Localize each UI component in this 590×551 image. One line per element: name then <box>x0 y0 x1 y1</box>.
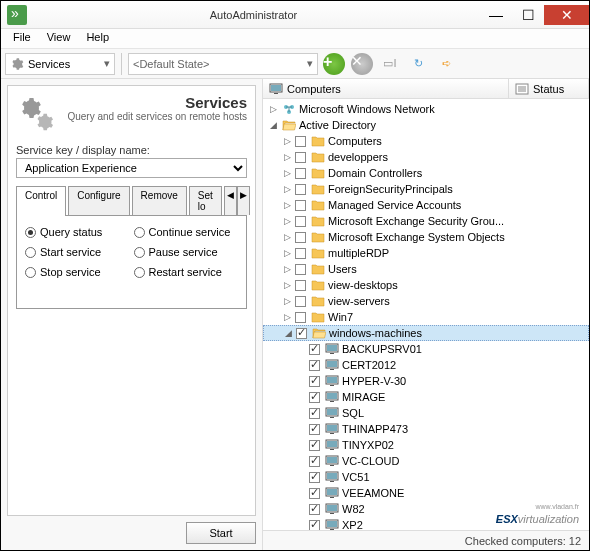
expander-icon[interactable]: ▷ <box>281 280 293 290</box>
checkbox[interactable] <box>309 472 320 483</box>
expander-icon[interactable]: ◢ <box>282 328 294 338</box>
expander-icon[interactable]: ▷ <box>281 216 293 226</box>
menu-help[interactable]: Help <box>78 29 117 48</box>
add-button[interactable]: + <box>322 52 346 76</box>
tree-machine-mirage[interactable]: MIRAGE <box>263 389 589 405</box>
checkbox[interactable] <box>295 184 306 195</box>
minimize-button[interactable]: — <box>480 5 512 25</box>
tree-ad-computers[interactable]: ▷Computers <box>263 133 589 149</box>
tree-machine-cert2012[interactable]: CERT2012 <box>263 357 589 373</box>
node-label: Win7 <box>328 311 353 323</box>
tab-remove[interactable]: Remove <box>132 186 187 215</box>
tree-machine-tinyxp02[interactable]: TINYXP02 <box>263 437 589 453</box>
radio-query-status[interactable]: Query status <box>25 226 130 238</box>
column-status[interactable]: Status <box>509 79 589 98</box>
checkbox[interactable] <box>309 360 320 371</box>
checkbox[interactable] <box>295 152 306 163</box>
tree-ad-developpers[interactable]: ▷developpers <box>263 149 589 165</box>
state-selector[interactable]: <Default State> <box>128 53 318 75</box>
tabs: Control Configure Remove Set lo ◀ ▶ <box>16 186 247 216</box>
expander-icon[interactable]: ▷ <box>281 200 293 210</box>
tree-machine-vc51[interactable]: VC51 <box>263 469 589 485</box>
tree-machine-sql[interactable]: SQL <box>263 405 589 421</box>
module-selector[interactable]: Services <box>5 53 115 75</box>
radio-start-service[interactable]: Start service <box>25 246 130 258</box>
delete-button[interactable]: ✕ <box>350 52 374 76</box>
checkbox[interactable] <box>309 440 320 451</box>
start-button[interactable]: Start <box>186 522 256 544</box>
tree-ad-dc[interactable]: ▷Domain Controllers <box>263 165 589 181</box>
tab-set-local[interactable]: Set lo <box>189 186 222 215</box>
checkbox[interactable] <box>309 392 320 403</box>
expander-icon[interactable]: ▷ <box>281 136 293 146</box>
checkbox[interactable] <box>295 168 306 179</box>
tree-ad-vserv[interactable]: ▷view-servers <box>263 293 589 309</box>
menu-file[interactable]: File <box>5 29 39 48</box>
checkbox[interactable] <box>295 296 306 307</box>
tree-machine-backupsrv01[interactable]: BACKUPSRV01 <box>263 341 589 357</box>
checkbox[interactable] <box>295 280 306 291</box>
tree-machine-hyper-v-30[interactable]: HYPER-V-30 <box>263 373 589 389</box>
refresh-button[interactable]: ↻ <box>406 52 430 76</box>
tree-ad-multi[interactable]: ▷multipleRDP <box>263 245 589 261</box>
column-computers[interactable]: Computers <box>263 79 509 98</box>
tree-ad-vdesk[interactable]: ▷view-desktops <box>263 277 589 293</box>
expander-icon[interactable]: ▷ <box>267 104 279 114</box>
tree-ad-mesg[interactable]: ▷Microsoft Exchange Security Grou... <box>263 213 589 229</box>
tree-machine-veeamone[interactable]: VEEAMONE <box>263 485 589 501</box>
tab-configure[interactable]: Configure <box>68 186 129 215</box>
radio-pause-service[interactable]: Pause service <box>134 246 239 258</box>
checkbox[interactable] <box>309 488 320 499</box>
expander-icon[interactable]: ▷ <box>281 184 293 194</box>
expander-icon[interactable]: ▷ <box>281 264 293 274</box>
tab-scroll-right[interactable]: ▶ <box>237 186 250 215</box>
tree-ad-meso[interactable]: ▷Microsoft Exchange System Objects <box>263 229 589 245</box>
checkbox[interactable] <box>295 200 306 211</box>
folder-icon <box>311 247 325 259</box>
rename-button[interactable]: ▭I <box>378 52 402 76</box>
tab-scroll-left[interactable]: ◀ <box>224 186 237 215</box>
computer-tree[interactable]: ▷Microsoft Windows Network◢Active Direct… <box>263 99 589 530</box>
tree-ad-windows-machines[interactable]: ◢windows-machines <box>263 325 589 341</box>
tree-machine-w82[interactable]: W82 <box>263 501 589 517</box>
tab-control[interactable]: Control <box>16 186 66 215</box>
checkbox[interactable] <box>295 232 306 243</box>
checkbox[interactable] <box>296 328 307 339</box>
tree-ad-users[interactable]: ▷Users <box>263 261 589 277</box>
expander-icon[interactable]: ▷ <box>281 152 293 162</box>
expander-icon[interactable]: ▷ <box>281 168 293 178</box>
radio-stop-service[interactable]: Stop service <box>25 266 130 278</box>
expander-icon[interactable]: ▷ <box>281 232 293 242</box>
checkbox[interactable] <box>309 520 320 531</box>
expander-icon[interactable]: ▷ <box>281 248 293 258</box>
tree-ad-fsp[interactable]: ▷ForeignSecurityPrincipals <box>263 181 589 197</box>
go-button[interactable]: ➪ <box>434 52 458 76</box>
checkbox[interactable] <box>309 504 320 515</box>
maximize-button[interactable]: ☐ <box>512 5 544 25</box>
tree-ad-win7[interactable]: ▷Win7 <box>263 309 589 325</box>
tree-machine-thinapp473[interactable]: THINAPP473 <box>263 421 589 437</box>
close-button[interactable]: ✕ <box>544 5 589 25</box>
radio-continue-service[interactable]: Continue service <box>134 226 239 238</box>
menu-view[interactable]: View <box>39 29 79 48</box>
service-key-select[interactable]: Application Experience <box>16 158 247 178</box>
checkbox[interactable] <box>309 408 320 419</box>
expander-icon[interactable]: ▷ <box>281 296 293 306</box>
radio-restart-service[interactable]: Restart service <box>134 266 239 278</box>
checkbox[interactable] <box>309 456 320 467</box>
checkbox[interactable] <box>295 264 306 275</box>
tree-machine-vc-cloud[interactable]: VC-CLOUD <box>263 453 589 469</box>
tree-ms-windows-network[interactable]: ▷Microsoft Windows Network <box>263 101 589 117</box>
expander-icon[interactable]: ▷ <box>281 312 293 322</box>
checkbox[interactable] <box>309 376 320 387</box>
checkbox[interactable] <box>295 248 306 259</box>
tree-ad-msa[interactable]: ▷Managed Service Accounts <box>263 197 589 213</box>
checkbox[interactable] <box>295 216 306 227</box>
checkbox[interactable] <box>295 312 306 323</box>
checkbox[interactable] <box>309 424 320 435</box>
checkbox[interactable] <box>309 344 320 355</box>
tree-active-directory[interactable]: ◢Active Directory <box>263 117 589 133</box>
checkbox[interactable] <box>295 136 306 147</box>
expander-icon[interactable]: ◢ <box>267 120 279 130</box>
tree-machine-xp2[interactable]: XP2 <box>263 517 589 530</box>
